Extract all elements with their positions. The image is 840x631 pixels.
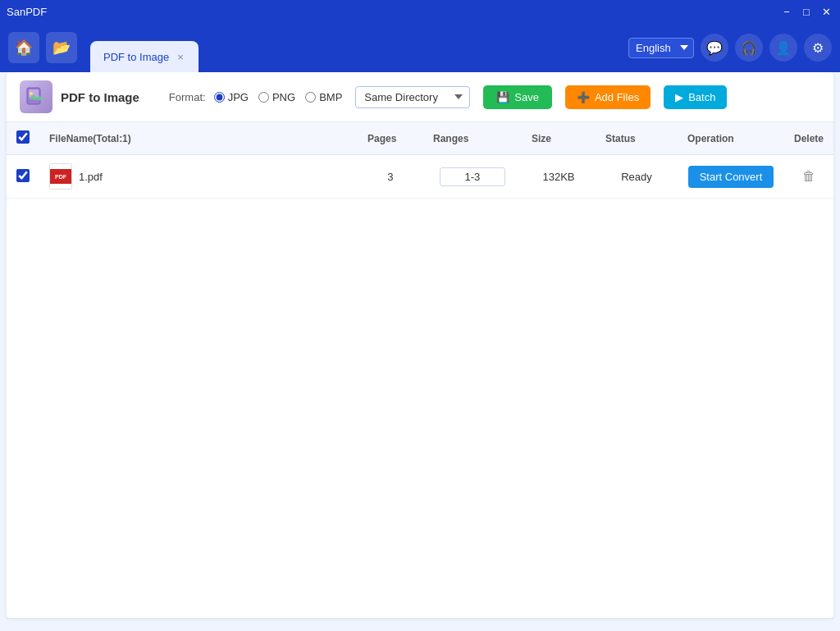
file-table: FileName(Total:1) Pages Ranges Size Stat…	[7, 122, 833, 199]
row-ranges-input[interactable]	[440, 167, 505, 186]
row-status: Ready	[621, 171, 652, 183]
save-label: Save	[514, 91, 539, 103]
row-operation-cell: Start Convert	[678, 155, 784, 199]
format-png-label[interactable]: PNG	[258, 91, 295, 103]
table-header: FileName(Total:1) Pages Ranges Size Stat…	[7, 122, 833, 155]
settings-button[interactable]: ⚙	[804, 34, 832, 62]
home-button[interactable]: 🏠	[8, 32, 39, 63]
save-button[interactable]: 💾 Save	[483, 85, 552, 109]
start-convert-button[interactable]: Start Convert	[688, 166, 774, 188]
titlebar: SanPDF − □ ✕	[0, 0, 840, 23]
folder-button[interactable]: 📂	[46, 32, 77, 63]
svg-point-2	[30, 92, 33, 95]
titlebar-controls: − □ ✕	[779, 4, 833, 19]
table-header-row: FileName(Total:1) Pages Ranges Size Stat…	[7, 122, 833, 155]
row-checkbox[interactable]	[16, 169, 30, 182]
tool-icon	[20, 80, 52, 113]
format-jpg-label[interactable]: JPG	[214, 91, 249, 103]
tab-label: PDF to Image	[103, 51, 169, 63]
delete-row-button[interactable]: 🗑	[802, 169, 815, 184]
row-delete-cell: 🗑	[784, 155, 833, 199]
col-ranges-header: Ranges	[423, 122, 522, 155]
tab-area: PDF to Image ×	[90, 23, 622, 72]
col-delete-header: Delete	[784, 122, 833, 155]
add-files-icon: ➕	[577, 91, 590, 103]
save-icon: 💾	[496, 91, 509, 103]
format-jpg-radio[interactable]	[214, 92, 225, 103]
file-table-body: PDF 1.pdf 3 132KB Ready Start Convert	[7, 155, 833, 199]
row-ranges-cell	[423, 155, 522, 199]
settings-icon: ⚙	[812, 40, 824, 56]
pdf-image-icon	[25, 86, 47, 107]
format-label: Format:	[169, 91, 206, 103]
row-pages-cell: 3	[358, 155, 423, 199]
select-all-checkbox[interactable]	[16, 130, 30, 144]
row-status-cell: Ready	[596, 155, 678, 199]
batch-label: Batch	[688, 91, 715, 103]
maximize-button[interactable]: □	[799, 4, 814, 19]
minimize-button[interactable]: −	[779, 4, 794, 19]
pdf-to-image-tab[interactable]: PDF to Image ×	[90, 41, 199, 72]
format-png-radio[interactable]	[258, 92, 269, 103]
chat-icon: 💬	[706, 40, 723, 56]
col-size-header: Size	[522, 122, 596, 155]
add-files-label: Add Files	[595, 91, 639, 103]
format-bmp-label[interactable]: BMP	[305, 91, 342, 103]
row-check-cell	[7, 155, 39, 199]
format-section: Format: JPG PNG BMP	[169, 91, 342, 103]
batch-button[interactable]: ▶ Batch	[664, 85, 727, 109]
add-files-button[interactable]: ➕ Add Files	[565, 85, 651, 109]
col-status-header: Status	[596, 122, 678, 155]
format-bmp-radio[interactable]	[305, 92, 316, 103]
navbar: 🏠 📂 PDF to Image × English Chinese Frenc…	[0, 23, 840, 72]
row-filename: 1.pdf	[79, 171, 103, 183]
col-check-header	[7, 122, 39, 155]
row-pages: 3	[387, 171, 393, 183]
row-size-cell: 132KB	[522, 155, 596, 199]
table-container: FileName(Total:1) Pages Ranges Size Stat…	[7, 122, 833, 610]
home-icon: 🏠	[15, 39, 33, 57]
headset-icon: 🎧	[741, 40, 757, 56]
format-bmp-text: BMP	[319, 91, 342, 103]
format-png-text: PNG	[272, 91, 295, 103]
close-button[interactable]: ✕	[819, 4, 833, 19]
col-filename-header: FileName(Total:1)	[39, 122, 358, 155]
tool-title: PDF to Image	[61, 90, 139, 104]
format-radio-group: JPG PNG BMP	[214, 91, 343, 103]
directory-selector[interactable]: Same Directory Custom Directory	[355, 86, 470, 108]
col-operation-header: Operation	[678, 122, 784, 155]
row-size: 132KB	[542, 171, 574, 183]
col-pages-header: Pages	[358, 122, 423, 155]
folder-icon: 📂	[52, 39, 71, 57]
user-icon: 👤	[775, 40, 792, 56]
pdf-file-icon: PDF	[49, 163, 72, 190]
user-button[interactable]: 👤	[769, 34, 797, 62]
content-area: PDF to Image Format: JPG PNG BMP Sa	[7, 72, 833, 618]
tab-close-button[interactable]: ×	[176, 52, 185, 62]
batch-icon: ▶	[675, 91, 683, 103]
table-row: PDF 1.pdf 3 132KB Ready Start Convert	[7, 155, 833, 199]
language-selector[interactable]: English Chinese French Spanish	[628, 38, 694, 58]
tool-icon-title: PDF to Image	[20, 80, 139, 113]
app-title: SanPDF	[7, 6, 47, 18]
headset-button[interactable]: 🎧	[735, 34, 763, 62]
nav-right: English Chinese French Spanish 💬 🎧 👤 ⚙	[628, 34, 832, 62]
format-jpg-text: JPG	[228, 91, 249, 103]
tool-header: PDF to Image Format: JPG PNG BMP Sa	[7, 72, 833, 122]
row-filename-cell: PDF 1.pdf	[39, 155, 358, 199]
chat-button[interactable]: 💬	[701, 34, 728, 62]
